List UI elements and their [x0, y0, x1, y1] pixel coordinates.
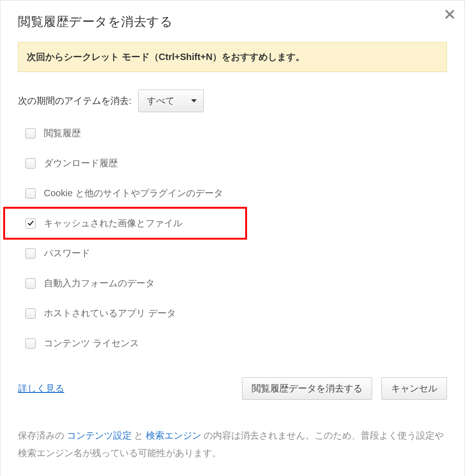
option-label: 自動入力フォームのデータ: [44, 277, 155, 289]
option-label: コンテンツ ライセンス: [44, 337, 139, 349]
option-label: キャッシュされた画像とファイル: [44, 217, 182, 229]
time-range-select-wrap: すべて: [138, 90, 204, 112]
search-engines-link[interactable]: 検索エンジン: [146, 430, 201, 440]
dialog-header: 閲覧履歴データを消去する: [18, 13, 447, 30]
option-checkbox[interactable]: [25, 158, 36, 169]
option-label: 閲覧履歴: [44, 127, 81, 139]
time-range-row: 次の期間のアイテムを消去: すべて: [18, 90, 447, 112]
content-settings-link[interactable]: コンテンツ設定: [67, 430, 132, 440]
cancel-button[interactable]: キャンセル: [381, 377, 447, 400]
options-list: 閲覧履歴ダウンロード履歴Cookie と他のサイトやプラグインのデータキャッシュ…: [18, 127, 447, 349]
option-row: 閲覧履歴: [25, 127, 447, 139]
learn-more-link[interactable]: 詳しく見る: [18, 382, 64, 395]
option-row: ホストされているアプリ データ: [25, 307, 447, 319]
option-checkbox[interactable]: [25, 308, 36, 319]
footer-text-pre: 保存済みの: [18, 430, 67, 440]
action-row: 詳しく見る 閲覧履歴データを消去する キャンセル: [18, 377, 447, 400]
option-checkbox[interactable]: [25, 338, 36, 349]
clear-browsing-data-dialog: 閲覧履歴データを消去する 次回からシークレット モード（Ctrl+Shift+N…: [0, 0, 465, 476]
time-range-select[interactable]: すべて: [138, 90, 204, 112]
option-row: コンテンツ ライセンス: [25, 337, 447, 349]
option-row: Cookie と他のサイトやプラグインのデータ: [25, 187, 447, 199]
option-checkbox[interactable]: [25, 248, 36, 259]
footer-text-mid: と: [132, 430, 146, 440]
footer-note: 保存済みの コンテンツ設定 と 検索エンジン の内容は消去されません。このため、…: [18, 427, 447, 462]
clear-data-button[interactable]: 閲覧履歴データを消去する: [242, 377, 372, 400]
option-checkbox[interactable]: [25, 188, 36, 199]
incognito-suggestion-banner: 次回からシークレット モード（Ctrl+Shift+N）をおすすめします。: [18, 42, 447, 72]
option-label: ダウンロード履歴: [44, 157, 118, 169]
option-checkbox[interactable]: [25, 278, 36, 289]
option-label: Cookie と他のサイトやプラグインのデータ: [44, 187, 223, 199]
option-row: パスワード: [25, 247, 447, 259]
close-icon: [444, 8, 456, 22]
time-range-label: 次の期間のアイテムを消去:: [18, 95, 132, 107]
option-label: パスワード: [44, 247, 90, 259]
option-row: 自動入力フォームのデータ: [25, 277, 447, 289]
option-row: キャッシュされた画像とファイル: [25, 217, 447, 229]
option-label: ホストされているアプリ データ: [44, 307, 176, 319]
option-checkbox[interactable]: [25, 218, 36, 229]
option-checkbox[interactable]: [25, 128, 36, 139]
dialog-title: 閲覧履歴データを消去する: [18, 13, 173, 30]
close-button[interactable]: [441, 7, 458, 24]
option-row: ダウンロード履歴: [25, 157, 447, 169]
